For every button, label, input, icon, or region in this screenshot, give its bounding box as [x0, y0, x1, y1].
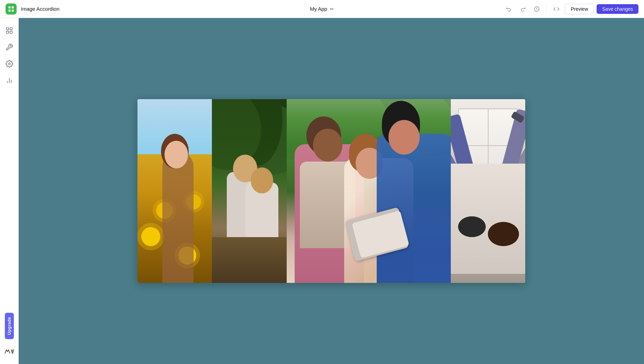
history-button[interactable] — [531, 3, 542, 15]
accordion-panel-4[interactable] — [451, 99, 525, 283]
wix-logo-icon — [2, 345, 16, 358]
header-divider — [546, 5, 547, 13]
sidebar: Upgrade — [0, 18, 19, 364]
svg-rect-8 — [10, 31, 12, 33]
image-accordion[interactable] — [137, 99, 525, 283]
app-logo — [6, 3, 17, 15]
redo-button[interactable] — [517, 3, 528, 15]
accordion-panel-1[interactable] — [137, 99, 212, 283]
svg-rect-5 — [6, 28, 8, 30]
code-button[interactable] — [551, 3, 562, 15]
svg-rect-6 — [10, 28, 12, 30]
svg-rect-0 — [9, 6, 11, 8]
header-center: My App ✏ — [310, 6, 334, 12]
edit-title-icon[interactable]: ✏ — [330, 6, 334, 12]
save-button[interactable]: Save changes — [597, 4, 638, 14]
sidebar-item-settings[interactable] — [2, 57, 16, 71]
svg-point-9 — [8, 63, 10, 65]
header: Image Accordion My App ✏ — [0, 0, 644, 18]
sidebar-item-add[interactable] — [2, 40, 16, 54]
upgrade-button[interactable]: Upgrade — [5, 313, 14, 339]
accordion-panel-2[interactable] — [212, 99, 286, 283]
header-actions: Preview Save changes — [503, 3, 638, 15]
app-title: My App — [310, 6, 327, 12]
preview-button[interactable]: Preview — [565, 4, 594, 14]
svg-rect-7 — [6, 31, 8, 33]
app-name: Image Accordion — [21, 6, 60, 12]
accordion-panel-3[interactable] — [287, 99, 451, 283]
accordion-widget-container — [137, 99, 525, 283]
main-layout: Upgrade — [0, 18, 644, 364]
svg-rect-2 — [9, 9, 11, 11]
sidebar-item-pages[interactable] — [2, 24, 16, 37]
svg-rect-3 — [12, 9, 14, 11]
svg-rect-1 — [12, 6, 14, 8]
sidebar-item-analytics[interactable] — [2, 73, 16, 87]
canvas-area[interactable] — [19, 18, 644, 364]
undo-button[interactable] — [503, 3, 515, 15]
